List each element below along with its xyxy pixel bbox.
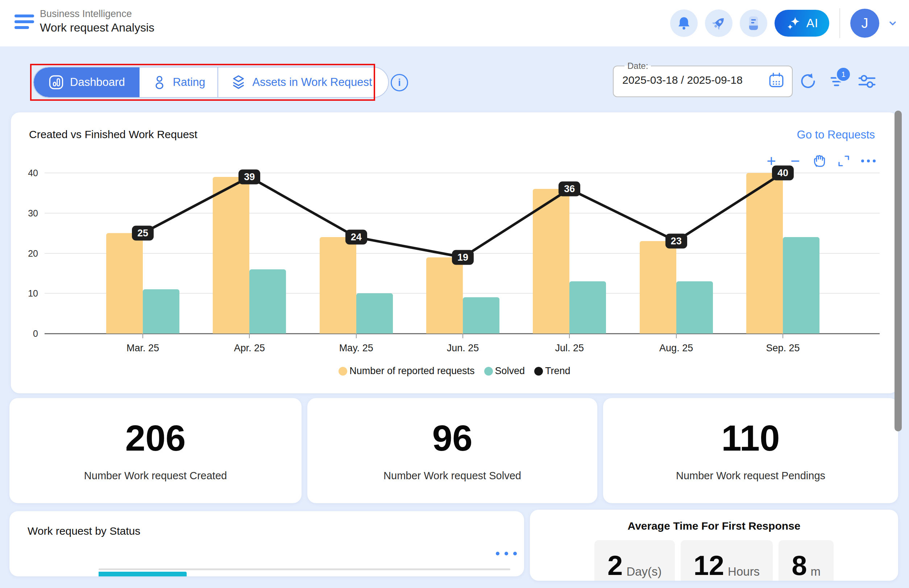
ai-assistant-button[interactable]: AI bbox=[775, 10, 829, 37]
trend-point-badge[interactable]: 19 bbox=[452, 250, 474, 265]
refresh-icon bbox=[799, 72, 817, 90]
top-bar: Business Intelligence Work request Analy… bbox=[0, 0, 909, 47]
kpi-value: 110 bbox=[721, 420, 780, 456]
x-axis-tick bbox=[569, 333, 570, 338]
chart-more-icon[interactable] bbox=[861, 153, 877, 169]
header-actions: AI J bbox=[670, 0, 898, 47]
y-axis-label: 40 bbox=[16, 167, 38, 179]
refresh-button[interactable] bbox=[799, 72, 818, 90]
trend-point-badge[interactable]: 23 bbox=[665, 234, 687, 249]
kpi-label: Number Work request Solved bbox=[383, 470, 521, 482]
date-range-field[interactable]: Date: 2025-03-18 / 2025-09-18 bbox=[613, 61, 793, 97]
kpi-card-created: 206 Number Work request Created bbox=[10, 398, 302, 503]
trend-point-badge[interactable]: 40 bbox=[772, 166, 794, 181]
date-range-value: 2025-03-18 / 2025-09-18 bbox=[622, 74, 743, 86]
response-card-title: Average Time For First Response bbox=[530, 520, 898, 532]
whats-new-button[interactable] bbox=[705, 10, 733, 37]
legend-item[interactable]: Solved bbox=[484, 365, 525, 376]
x-axis-tick bbox=[249, 333, 250, 338]
x-axis-label: May. 25 bbox=[324, 342, 389, 354]
info-icon[interactable]: i bbox=[391, 74, 408, 91]
legend-item[interactable]: Trend bbox=[534, 365, 570, 376]
x-axis-tick bbox=[783, 333, 783, 338]
layers-icon bbox=[231, 74, 247, 90]
metric-value: 8 bbox=[791, 552, 807, 579]
kpi-value: 96 bbox=[432, 420, 472, 456]
x-axis-label: Sep. 25 bbox=[750, 342, 815, 354]
filter-count-badge: 1 bbox=[835, 66, 851, 82]
legend-item[interactable]: Number of reported requests bbox=[339, 365, 475, 376]
metric-unit: m bbox=[811, 565, 820, 578]
header-titles: Business Intelligence Work request Analy… bbox=[40, 8, 154, 35]
settings-sliders-button[interactable] bbox=[857, 72, 877, 90]
status-more-icon[interactable] bbox=[496, 552, 517, 556]
y-axis-label: 20 bbox=[16, 247, 38, 259]
sparkle-icon bbox=[785, 15, 802, 32]
tab-label: Rating bbox=[173, 76, 205, 89]
app-subtitle: Business Intelligence bbox=[40, 8, 154, 19]
status-bar-partial bbox=[98, 572, 187, 577]
tab-rating[interactable]: Rating bbox=[140, 68, 218, 97]
hamburger-menu-icon[interactable] bbox=[15, 15, 35, 32]
page-title: Work request Analysis bbox=[40, 20, 154, 35]
sliders-icon bbox=[857, 72, 877, 90]
status-scrollbar-track[interactable] bbox=[98, 569, 510, 570]
rocket-icon bbox=[710, 15, 727, 32]
tab-dashboard[interactable]: Dashboard bbox=[34, 68, 140, 97]
x-axis-tick bbox=[462, 333, 463, 338]
bar-chart-plot: 010203040Mar. 25Apr. 25May. 25Jun. 25Jul… bbox=[45, 173, 880, 333]
kpi-value: 206 bbox=[125, 420, 186, 456]
docs-button[interactable] bbox=[740, 10, 767, 37]
status-card-title: Work request by Status bbox=[27, 525, 140, 537]
document-icon bbox=[746, 15, 762, 31]
trend-point-badge[interactable]: 36 bbox=[559, 182, 580, 197]
calendar-icon[interactable] bbox=[768, 72, 785, 89]
metric-hours: 12 Hours bbox=[681, 540, 773, 581]
x-axis-tick bbox=[356, 333, 357, 338]
x-axis-label: Jun. 25 bbox=[430, 342, 496, 354]
legend-label: Number of reported requests bbox=[349, 365, 475, 376]
chart-title: Created vs Finished Work Request bbox=[29, 128, 197, 141]
metric-value: 2 bbox=[607, 552, 623, 579]
kpi-label: Number Work request Pendings bbox=[676, 470, 825, 482]
notifications-button[interactable] bbox=[670, 10, 698, 37]
tab-bar: Dashboard Rating Assets in Work Request bbox=[33, 67, 389, 98]
x-axis-tick bbox=[676, 333, 677, 338]
chevron-down-icon[interactable] bbox=[887, 18, 898, 29]
x-axis-tick bbox=[142, 333, 143, 338]
tab-label: Dashboard bbox=[70, 76, 125, 89]
trend-point-badge[interactable]: 25 bbox=[132, 226, 154, 241]
trend-point-badge[interactable]: 39 bbox=[239, 170, 260, 184]
response-metrics: 2 Day(s) 12 Hours 8 m bbox=[530, 540, 898, 581]
ai-button-label: AI bbox=[806, 16, 819, 30]
kpi-card-solved: 96 Number Work request Solved bbox=[307, 398, 597, 503]
bell-icon bbox=[676, 15, 692, 31]
header-divider bbox=[840, 8, 840, 38]
page-scrollbar[interactable] bbox=[894, 111, 902, 431]
metric-value: 12 bbox=[694, 552, 725, 579]
legend-label: Trend bbox=[545, 365, 570, 376]
fullscreen-icon[interactable] bbox=[836, 153, 851, 169]
x-axis-label: Apr. 25 bbox=[217, 342, 282, 354]
chart-legend: Number of reported requestsSolvedTrend bbox=[11, 365, 898, 376]
pan-hand-icon[interactable] bbox=[812, 153, 827, 169]
person-icon bbox=[152, 75, 167, 90]
date-field-label: Date: bbox=[625, 61, 651, 71]
user-avatar[interactable]: J bbox=[850, 9, 879, 38]
x-axis-label: Mar. 25 bbox=[110, 342, 175, 354]
filter-button[interactable]: 1 bbox=[828, 72, 848, 90]
trend-point-badge[interactable]: 24 bbox=[346, 230, 367, 245]
go-to-requests-link[interactable]: Go to Requests bbox=[797, 128, 875, 141]
metric-unit: Day(s) bbox=[626, 565, 662, 578]
x-axis-label: Jul. 25 bbox=[537, 342, 602, 354]
metric-minutes: 8 m bbox=[778, 540, 834, 581]
chart-card: Created vs Finished Work Request Go to R… bbox=[11, 112, 898, 393]
status-card: Work request by Status bbox=[10, 511, 524, 577]
y-axis-label: 10 bbox=[16, 288, 38, 299]
y-axis-label: 30 bbox=[16, 207, 38, 219]
dashboard-chart-icon bbox=[48, 74, 64, 90]
tab-label: Assets in Work Request bbox=[252, 76, 372, 89]
tab-assets-in-work-request[interactable]: Assets in Work Request bbox=[218, 68, 388, 97]
x-axis-label: Aug. 25 bbox=[644, 342, 709, 354]
metric-unit: Hours bbox=[728, 565, 760, 578]
